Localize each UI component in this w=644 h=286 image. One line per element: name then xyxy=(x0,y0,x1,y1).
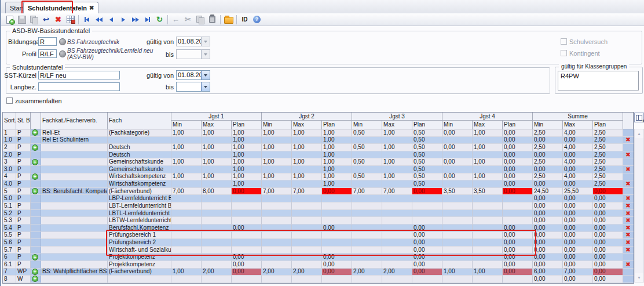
cell-value[interactable]: 1,00 xyxy=(382,158,412,166)
cell-value[interactable]: 1,00 xyxy=(171,269,202,276)
cell-fachkat[interactable]: BS: Wahlpflichtfächer BS xyxy=(41,269,108,276)
cell-value[interactable]: 1,00 xyxy=(473,129,503,137)
cell-value[interactable]: 0,00 xyxy=(503,269,533,276)
cell-value[interactable]: 1,00 xyxy=(232,173,262,181)
cell-value[interactable]: 1,00 xyxy=(473,173,503,181)
cell-value[interactable]: 0,00 xyxy=(503,144,533,151)
cell-value[interactable]: 1,00 xyxy=(473,144,503,151)
cell-value[interactable] xyxy=(202,217,232,225)
id-button[interactable]: ID xyxy=(239,14,251,25)
cell-fachkat[interactable]: Reli-Et xyxy=(41,129,108,137)
paste-button[interactable] xyxy=(206,14,218,25)
cell-value[interactable] xyxy=(352,261,382,269)
cell-value[interactable]: 4,00 xyxy=(563,129,593,137)
cell-value[interactable] xyxy=(473,261,503,269)
cell-value[interactable] xyxy=(232,247,262,254)
cell-value[interactable] xyxy=(473,232,503,240)
column-config-button[interactable] xyxy=(634,113,644,122)
cell-sort[interactable]: 5.7 xyxy=(3,247,16,254)
cell-value[interactable]: 0,00 xyxy=(563,239,593,247)
cell-value[interactable] xyxy=(352,254,382,261)
cell-sort[interactable]: 5.2 xyxy=(3,210,16,218)
cell-value[interactable] xyxy=(352,202,382,210)
cell-value[interactable] xyxy=(292,276,322,283)
cell-value[interactable]: 1,00 xyxy=(292,158,322,166)
cell-value[interactable]: 0,00 xyxy=(533,247,563,254)
cell-sort[interactable]: 2.0 xyxy=(3,151,16,159)
cell-value[interactable]: 0,00 xyxy=(412,239,442,247)
fast-previous-button[interactable] xyxy=(93,14,105,25)
cell-fach[interactable]: (Fachkategorie) xyxy=(108,129,171,137)
cell-fachkat[interactable] xyxy=(41,276,108,283)
cell-value[interactable] xyxy=(442,195,473,202)
cell-value[interactable] xyxy=(202,166,232,173)
cell-value[interactable]: 0,50 xyxy=(412,180,442,188)
cell-value[interactable]: 0,00 xyxy=(503,173,533,181)
cell-value[interactable] xyxy=(503,195,533,202)
cell-value[interactable] xyxy=(473,247,503,254)
cell-fachkat[interactable] xyxy=(41,151,108,159)
cell-value[interactable]: 0,50 xyxy=(412,137,442,144)
cell-value[interactable]: 0,00 xyxy=(503,247,533,254)
cell-value[interactable]: 0,00 xyxy=(533,217,563,225)
cell-value[interactable]: 1,00 xyxy=(382,144,412,151)
cell-fachkat[interactable] xyxy=(41,166,108,173)
kontingent-checkbox[interactable] xyxy=(561,50,567,56)
cell-value[interactable] xyxy=(442,254,473,261)
cell-value[interactable] xyxy=(232,217,262,225)
help-button[interactable]: ? xyxy=(251,14,263,25)
cell-value[interactable]: 0,00 xyxy=(533,180,563,188)
cell-value[interactable] xyxy=(202,151,232,159)
cell-value[interactable] xyxy=(171,180,202,188)
cell-value[interactable] xyxy=(292,210,322,218)
cell-value[interactable]: 0,50 xyxy=(352,158,382,166)
cell-value[interactable]: 2,50 xyxy=(533,144,563,151)
cell-value[interactable] xyxy=(382,180,412,188)
cell-value[interactable] xyxy=(171,217,202,225)
scroll-down-button[interactable]: ▼ xyxy=(635,273,643,282)
cell-fach[interactable]: (Fächerverbund) xyxy=(108,188,171,196)
new-record-button[interactable]: + xyxy=(3,14,16,25)
cell-value[interactable] xyxy=(202,247,232,254)
cell-value[interactable]: 0,00 xyxy=(503,137,533,144)
cell-fach[interactable]: Gemeinschaftskunde xyxy=(108,166,171,173)
cell-value[interactable] xyxy=(202,137,232,144)
cell-value[interactable] xyxy=(262,276,292,283)
cell-value[interactable] xyxy=(352,195,382,202)
cell-value[interactable]: 1,00 xyxy=(171,173,202,181)
cell-bereich[interactable]: P xyxy=(16,137,31,144)
refresh-button[interactable]: ↻ xyxy=(153,14,166,25)
last-record-button[interactable] xyxy=(141,14,153,25)
cell-value[interactable]: 0,50 xyxy=(352,129,382,137)
cell-value[interactable]: 0,00 xyxy=(503,239,533,247)
cell-sort[interactable]: 5.5 xyxy=(3,232,16,240)
cell-bereich[interactable]: P xyxy=(16,210,31,218)
cell-value[interactable] xyxy=(382,217,412,225)
cell-bereich[interactable]: P xyxy=(16,195,31,202)
cell-value[interactable]: 2,50 xyxy=(593,180,623,188)
cell-value[interactable]: 0,00 xyxy=(533,151,563,159)
cell-value[interactable]: 0,00 xyxy=(533,166,563,173)
cell-value[interactable] xyxy=(171,137,202,144)
cell-value[interactable]: 0,00 xyxy=(503,151,533,159)
cell-value[interactable]: 0,50 xyxy=(412,129,442,137)
cell-fachkat[interactable]: Rel Et Schulintern xyxy=(41,137,108,144)
cell-sort[interactable]: 1 xyxy=(3,129,16,137)
cell-value[interactable]: 0,00 xyxy=(563,217,593,225)
cell-fachkat[interactable] xyxy=(41,195,108,202)
cell-value[interactable] xyxy=(292,151,322,159)
table-edit-button[interactable] xyxy=(64,14,76,25)
cell-value[interactable]: 0,00 xyxy=(412,269,442,276)
cell-value[interactable]: 1,00 xyxy=(262,144,292,151)
cell-value[interactable]: 1,00 xyxy=(322,129,352,137)
cell-value[interactable] xyxy=(292,217,322,225)
cell-value[interactable] xyxy=(322,217,352,225)
add-subject-button[interactable]: + xyxy=(31,188,41,196)
cell-value[interactable]: 0,00 xyxy=(322,225,352,232)
scroll-up-button[interactable]: ▲ xyxy=(635,129,643,138)
cell-value[interactable]: 1,00 xyxy=(262,173,292,181)
cell-value[interactable]: 0,00 xyxy=(593,254,623,261)
cell-value[interactable]: 0,00 xyxy=(442,173,473,181)
cell-value[interactable]: 1,00 xyxy=(322,144,352,151)
cell-fachkat[interactable] xyxy=(41,261,108,269)
